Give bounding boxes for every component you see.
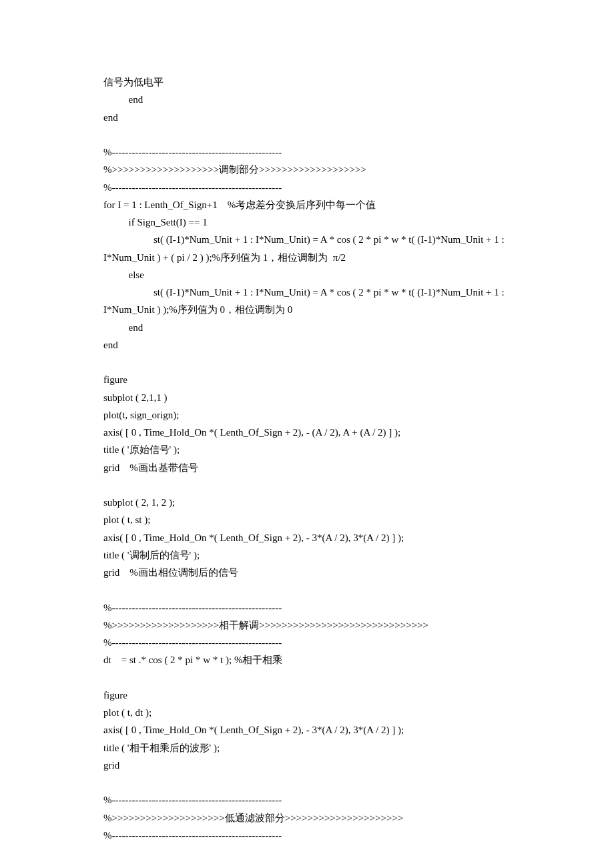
- code-line: end: [103, 109, 511, 126]
- code-line: plot ( t, st );: [103, 511, 511, 528]
- code-line: axis( [ 0 , Time_Hold_On *( Lenth_Of_Sig…: [103, 529, 511, 546]
- code-line: title ( '调制后的信号' );: [103, 546, 511, 564]
- code-line: else: [103, 266, 511, 284]
- code-line: %---------------------------------------…: [103, 143, 511, 161]
- code-line: %---------------------------------------…: [103, 599, 511, 616]
- code-line: %---------------------------------------…: [103, 179, 511, 196]
- code-line: I*Num_Unit ) );%序列值为 0，相位调制为 0: [103, 301, 511, 318]
- code-line: st( (I-1)*Num_Unit + 1 : I*Num_Unit) = A…: [103, 231, 511, 248]
- blank-line: [103, 354, 511, 371]
- code-line: st( (I-1)*Num_Unit + 1 : I*Num_Unit) = A…: [103, 284, 511, 301]
- blank-line: [103, 774, 511, 791]
- code-line: plot ( t, dt );: [103, 704, 511, 721]
- code-line: if Sign_Sett(I) == 1: [103, 213, 511, 231]
- code-line: 信号为低电平: [103, 73, 511, 91]
- blank-line: [103, 669, 511, 687]
- code-line: subplot ( 2,1,1 ): [103, 389, 511, 406]
- code-line: subplot ( 2, 1, 2 );: [103, 494, 511, 511]
- code-line: %>>>>>>>>>>>>>>>>>>>相干解调>>>>>>>>>>>>>>>>…: [103, 616, 511, 634]
- code-line: I*Num_Unit ) + ( pi / 2 ) );%序列值为 1，相位调制…: [103, 249, 511, 266]
- code-line: axis( [ 0 , Time_Hold_On *( Lenth_Of_Sig…: [103, 424, 511, 441]
- code-line: plot(t, sign_orign);: [103, 406, 511, 424]
- code-line: end: [103, 336, 511, 354]
- blank-line: [103, 581, 511, 598]
- blank-line: [103, 126, 511, 143]
- code-line: grid %画出相位调制后的信号: [103, 564, 511, 581]
- code-line: figure: [103, 371, 511, 388]
- code-line: grid %画出基带信号: [103, 459, 511, 476]
- code-line: %>>>>>>>>>>>>>>>>>>>调制部分>>>>>>>>>>>>>>>>…: [103, 161, 511, 178]
- code-line: %>>>>>>>>>>>>>>>>>>>>低通滤波部分>>>>>>>>>>>>>…: [103, 809, 511, 827]
- code-line: for I = 1 : Lenth_Of_Sign+1 %考虑差分变换后序列中每…: [103, 196, 511, 213]
- code-line: figure: [103, 687, 511, 704]
- code-line: grid: [103, 757, 511, 774]
- code-line: %---------------------------------------…: [103, 791, 511, 809]
- code-line: title ( '原始信号' );: [103, 441, 511, 458]
- code-document: 信号为低电平endend%---------------------------…: [103, 73, 511, 844]
- code-line: title ( '相干相乘后的波形' );: [103, 739, 511, 757]
- code-line: end: [103, 319, 511, 336]
- code-line: %---------------------------------------…: [103, 634, 511, 651]
- code-line: axis( [ 0 , Time_Hold_On *( Lenth_Of_Sig…: [103, 721, 511, 739]
- code-line: dt = st .* cos ( 2 * pi * w * t ); %相干相乘: [103, 651, 511, 669]
- blank-line: [103, 476, 511, 494]
- code-line: end: [103, 91, 511, 108]
- code-line: %---------------------------------------…: [103, 827, 511, 844]
